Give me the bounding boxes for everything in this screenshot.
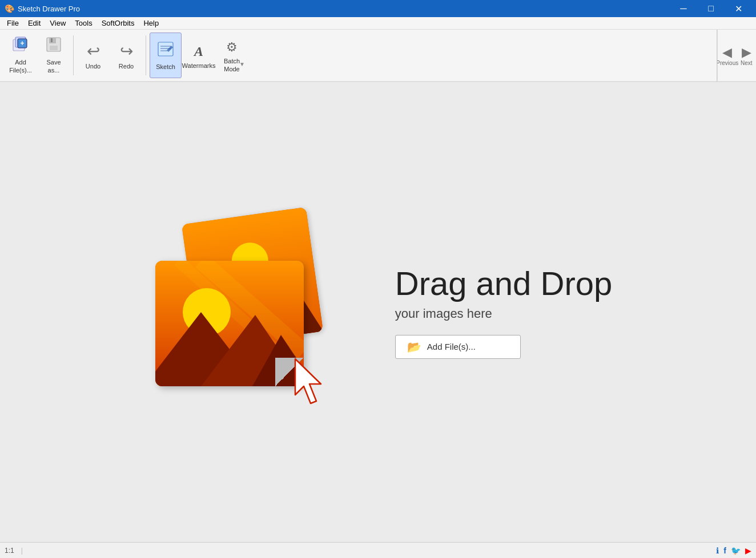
toolbar-undo[interactable]: ↩ Undo — [77, 33, 109, 78]
minimize-button[interactable]: ─ — [670, 0, 697, 17]
toolbar-redo[interactable]: ↪ Redo — [110, 33, 142, 78]
menu-file[interactable]: File — [2, 17, 23, 30]
facebook-icon[interactable]: f — [723, 546, 726, 555]
next-button[interactable]: ▶ Next — [738, 33, 754, 78]
toolbar-sketch[interactable]: Sketch — [150, 33, 182, 78]
watermarks-label: Watermarks — [182, 62, 216, 69]
close-button[interactable]: ✕ — [725, 0, 751, 17]
batch-mode-label: BatchMode — [224, 58, 240, 72]
statusbar-left: 1:1 | — [5, 547, 30, 555]
right-nav: ◀ Previous ▶ Next — [717, 30, 756, 82]
dropzone-area: Drag and Drop your images here 📂 Add Fil… — [144, 204, 612, 420]
add-files-label: AddFile(s)... — [9, 59, 32, 74]
app-title: Sketch Drawer Pro — [18, 5, 80, 13]
toolbar-batch-mode[interactable]: ⚙ BatchMode ▼ — [216, 33, 248, 78]
previous-label: Previous — [716, 60, 738, 66]
menu-softorbits[interactable]: SoftOrbits — [97, 17, 139, 30]
previous-arrow-icon: ◀ — [722, 45, 732, 60]
youtube-icon[interactable]: ▶ — [745, 546, 751, 555]
add-file-icon: + — [12, 37, 29, 56]
app-icon: 🎨 — [5, 4, 14, 13]
undo-icon: ↩ — [87, 42, 100, 60]
zoom-level: 1:1 — [5, 547, 14, 555]
save-as-label: Saveas... — [46, 59, 61, 74]
next-label: Next — [741, 60, 753, 66]
toolbar-save-as[interactable]: Saveas... — [38, 33, 70, 78]
statusbar-right: ℹ f 🐦 ▶ — [716, 546, 751, 555]
info-icon[interactable]: ℹ — [716, 546, 719, 555]
redo-icon: ↪ — [120, 42, 133, 60]
maximize-button[interactable]: □ — [698, 0, 724, 17]
menu-edit[interactable]: Edit — [23, 17, 45, 30]
statusbar: 1:1 | ℹ f 🐦 ▶ — [0, 542, 756, 558]
cursor-arrow — [292, 358, 327, 403]
dropzone-text: Drag and Drop your images here 📂 Add Fil… — [395, 265, 612, 359]
toolbar-add-files[interactable]: + AddFile(s)... — [5, 33, 37, 78]
undo-label: Undo — [86, 63, 100, 70]
sketch-icon — [157, 41, 174, 61]
dropdown-arrow: ▼ — [239, 61, 245, 67]
toolbar: + AddFile(s)... Saveas... ↩ Undo ↪ Redo — [0, 30, 756, 82]
toolbar-sep-2 — [146, 35, 146, 75]
menu-help[interactable]: Help — [139, 17, 163, 30]
menu-view[interactable]: View — [45, 17, 70, 30]
previous-button[interactable]: ◀ Previous — [719, 33, 735, 78]
add-files-button[interactable]: 📂 Add File(s)... — [395, 335, 521, 359]
illustration — [144, 204, 361, 420]
main-area: Drag and Drop your images here 📂 Add Fil… — [0, 82, 756, 542]
batch-icon: ⚙ — [226, 38, 238, 55]
watermarks-icon: A — [194, 42, 203, 60]
twitter-icon[interactable]: 🐦 — [731, 546, 741, 555]
dropzone-subtitle: your images here — [395, 306, 612, 321]
gear-icon: ⚙ — [226, 40, 238, 54]
menu-tools[interactable]: Tools — [70, 17, 96, 30]
svg-text:+: + — [20, 39, 24, 47]
titlebar-controls: ─ □ ✕ — [670, 0, 751, 17]
titlebar-left: 🎨 Sketch Drawer Pro — [5, 4, 80, 13]
svg-marker-24 — [295, 359, 321, 403]
add-files-button-label: Add File(s)... — [427, 342, 476, 351]
titlebar: 🎨 Sketch Drawer Pro ─ □ ✕ — [0, 0, 756, 17]
image-card-front — [155, 261, 304, 386]
save-icon — [46, 37, 62, 56]
toolbar-watermarks[interactable]: A Watermarks — [183, 33, 215, 78]
folder-icon: 📂 — [407, 340, 421, 354]
sketch-label: Sketch — [156, 63, 175, 70]
statusbar-sep: | — [21, 547, 23, 555]
next-arrow-icon: ▶ — [742, 45, 751, 60]
toolbar-sep-1 — [73, 35, 74, 75]
redo-label: Redo — [119, 63, 134, 70]
dropzone-title: Drag and Drop — [395, 265, 612, 302]
svg-rect-7 — [51, 38, 53, 42]
svg-rect-6 — [50, 46, 58, 50]
right-nav-separator — [717, 30, 717, 82]
menubar: File Edit View Tools SoftOrbits Help — [0, 17, 756, 30]
